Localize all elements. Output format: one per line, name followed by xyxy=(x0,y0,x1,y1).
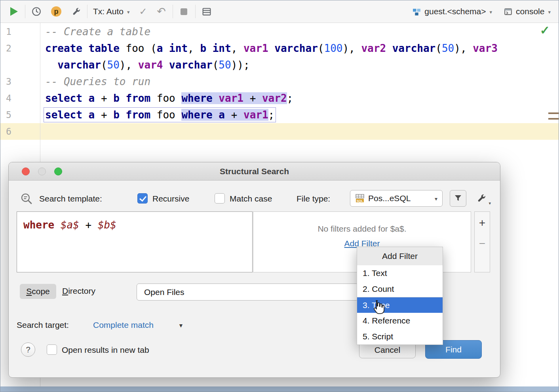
filter-button[interactable] xyxy=(450,190,466,207)
console-icon xyxy=(504,8,512,16)
minimize-button[interactable] xyxy=(38,167,46,175)
schema-selector[interactable]: guest.<schema> ▾ xyxy=(413,7,492,16)
menu-items: 1. Text2. Count3. Type4. Reference5. Scr… xyxy=(357,265,443,344)
code-token xyxy=(120,92,126,104)
run-button[interactable] xyxy=(7,4,21,19)
close-button[interactable] xyxy=(22,167,30,175)
code-token: a xyxy=(157,42,163,54)
add-filter-button[interactable]: + xyxy=(475,217,490,228)
chevron-down-icon: ▾ xyxy=(127,9,130,15)
settings-button[interactable] xyxy=(69,4,83,19)
line-number: 5 xyxy=(6,107,11,123)
tx-mode-select[interactable]: Tx: Auto ▾ xyxy=(93,7,130,16)
commit-button[interactable]: ✓ xyxy=(136,4,150,19)
match-case-checkbox[interactable] xyxy=(215,193,225,204)
code-token: b xyxy=(113,92,120,104)
search-target-select[interactable]: Complete match xyxy=(93,320,154,330)
dialog-titlebar[interactable]: Structural Search xyxy=(9,162,500,181)
wrench-icon xyxy=(71,7,81,17)
code-token: var1 xyxy=(243,109,268,121)
error-stripe-mark[interactable] xyxy=(548,118,559,120)
code-text: select a + b from foo where var1 + var2; xyxy=(45,90,293,107)
menu-item-4-reference[interactable]: 4. Reference xyxy=(357,313,443,329)
code-token: int xyxy=(213,42,231,54)
code-token: foo xyxy=(150,109,181,121)
menu-item-5-script[interactable]: 5. Script xyxy=(357,329,443,344)
rollback-arrow-icon: ↶ xyxy=(157,6,166,17)
table-icon xyxy=(202,7,212,17)
code-token: foo xyxy=(150,92,181,104)
toolbar-right-group: guest.<schema> ▾ console ▾ xyxy=(413,7,552,16)
code-area[interactable]: 1-- Create a table2create table foo (a i… xyxy=(0,23,559,140)
code-token: ( xyxy=(318,42,324,54)
sql-file-icon: SQL xyxy=(355,194,365,203)
recursive-label: Recursive xyxy=(152,194,189,204)
console-selector[interactable]: console ▾ xyxy=(504,7,551,16)
code-token: where xyxy=(181,92,212,104)
p-badge-icon: p xyxy=(51,6,61,17)
edit-variables-button[interactable]: ▾ xyxy=(471,190,492,207)
menu-item-2-count[interactable]: 2. Count xyxy=(357,281,443,297)
code-line[interactable]: 6 xyxy=(0,123,559,140)
code-token: -- Queries to run xyxy=(45,76,150,88)
code-token: + xyxy=(243,92,262,104)
code-line[interactable]: 2create table foo (a int, b int, var1 va… xyxy=(0,40,559,57)
line-number: 3 xyxy=(6,73,11,90)
console-badge-button[interactable]: p xyxy=(49,4,63,19)
code-line[interactable]: varchar(50), var4 varchar(50)); xyxy=(0,57,559,73)
current-match-box: select a + b from foo where a + var1; xyxy=(45,109,274,121)
code-token xyxy=(206,42,213,54)
template-editor[interactable]: where $a$ + $b$ xyxy=(17,211,253,272)
chevron-down-icon: ▾ xyxy=(548,9,551,15)
code-token: create xyxy=(45,42,82,54)
toolbar-separator xyxy=(195,5,196,18)
history-button[interactable] xyxy=(29,4,44,19)
filters-empty-text: No filters added for $a$. xyxy=(253,224,471,234)
code-line[interactable]: 4select a + b from foo where var1 + var2… xyxy=(0,90,559,107)
wrench-icon xyxy=(476,193,487,204)
code-line[interactable]: 3-- Queries to run xyxy=(0,73,559,90)
code-line[interactable]: 1-- Create a table xyxy=(0,23,559,40)
code-token xyxy=(163,59,169,71)
code-token: var4 xyxy=(138,59,163,71)
code-token: foo ( xyxy=(120,42,157,54)
mouse-cursor xyxy=(371,300,384,315)
remove-filter-button[interactable]: − xyxy=(475,238,490,249)
stop-button[interactable] xyxy=(177,4,191,19)
schema-icon xyxy=(413,8,421,16)
table-view-button[interactable] xyxy=(200,4,214,19)
code-token: where xyxy=(181,109,212,121)
error-stripe-mark[interactable] xyxy=(548,112,559,114)
code-token: select xyxy=(45,92,82,104)
inspections-ok-icon[interactable]: ✓ xyxy=(540,25,550,36)
schema-label: guest.<schema> xyxy=(424,7,486,16)
search-target-label: Search target: xyxy=(17,320,69,330)
code-token xyxy=(213,92,219,104)
help-button[interactable]: ? xyxy=(21,343,35,357)
code-token: var1 xyxy=(243,42,268,54)
menu-item-1-text[interactable]: 1. Text xyxy=(357,265,443,281)
menu-item-3-type[interactable]: 3. Type xyxy=(357,297,443,313)
code-token xyxy=(45,59,57,71)
filter-toolbar: + − xyxy=(474,211,490,272)
code-token: var2 xyxy=(361,42,386,54)
code-token: from xyxy=(126,109,151,121)
match-case-label: Match case xyxy=(230,194,272,204)
toolbar-separator xyxy=(173,5,173,18)
zoom-button[interactable] xyxy=(54,167,62,175)
code-token: ), xyxy=(454,42,473,54)
tab-scope[interactable]: Scope xyxy=(20,284,56,299)
svg-text:SQL: SQL xyxy=(357,199,363,203)
rollback-button[interactable]: ↶ xyxy=(154,4,169,19)
line-number: 1 xyxy=(6,23,11,40)
file-type-combobox[interactable]: SQL Pos...eSQL ▾ xyxy=(350,190,443,207)
code-token: b xyxy=(200,42,206,54)
console-label: console xyxy=(516,7,544,16)
tab-directory[interactable]: Directory xyxy=(62,286,95,296)
recursive-checkbox[interactable] xyxy=(137,193,148,204)
open-results-checkbox[interactable] xyxy=(47,344,57,355)
code-token xyxy=(82,42,89,54)
code-token: 50 xyxy=(107,59,120,71)
tx-mode-label: Tx: Auto xyxy=(93,7,124,16)
code-line[interactable]: 5select a + b from foo where a + var1; xyxy=(0,107,559,123)
